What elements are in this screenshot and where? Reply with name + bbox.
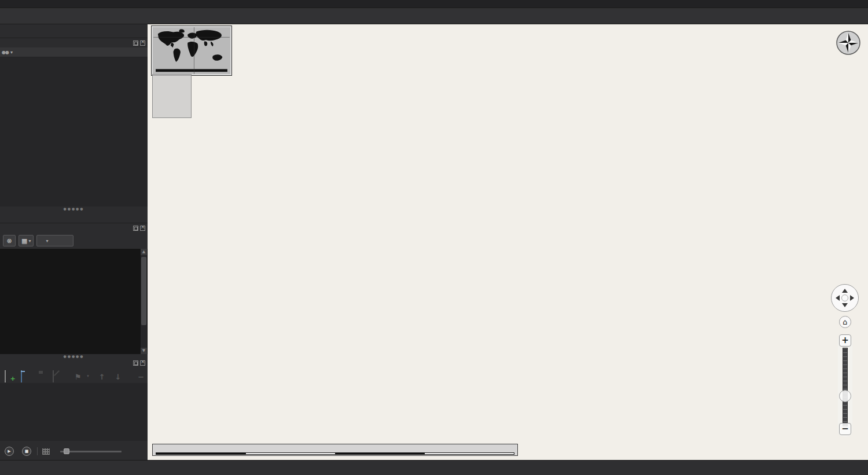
- search-location-tabbar: [0, 25, 148, 38]
- pan-left-icon: [836, 295, 840, 301]
- close-panel-icon[interactable]: [140, 226, 145, 231]
- status-bar: [0, 460, 868, 475]
- map-canvas[interactable]: [148, 24, 868, 460]
- tour-play-button[interactable]: ⚑▾: [75, 371, 84, 380]
- overview-world-map[interactable]: [152, 26, 231, 75]
- mapview-controls: ⊗ ▦ ▾ ▾: [0, 233, 148, 249]
- time-slider-handle[interactable]: [64, 448, 69, 454]
- global-search-selector[interactable]: ●● ▾: [0, 47, 148, 57]
- position-info-box[interactable]: [152, 74, 192, 118]
- theme-list-scrollbar[interactable]: ▲ ▼: [141, 249, 147, 354]
- tour-open-button[interactable]: [21, 371, 31, 380]
- tour-save-button[interactable]: [37, 371, 47, 380]
- stop-button[interactable]: ■: [22, 447, 31, 456]
- celestial-body-select[interactable]: ▾: [36, 235, 73, 246]
- map-viewport[interactable]: ⌂ + −: [148, 24, 868, 460]
- tour-edit-button[interactable]: [53, 371, 62, 380]
- chevron-down-icon: ▾: [28, 238, 31, 244]
- main-toolbar: [0, 8, 868, 24]
- time-slider[interactable]: [60, 448, 122, 455]
- scroll-up-icon[interactable]: ▲: [141, 249, 147, 255]
- panel-splitter[interactable]: ●●●●●: [0, 354, 148, 358]
- playback-controls: ▶ ■: [0, 443, 148, 460]
- tour-remove-button[interactable]: −: [138, 371, 148, 380]
- zoom-out-button[interactable]: −: [839, 423, 851, 435]
- search-results-area[interactable]: [0, 57, 148, 207]
- zoom-in-button[interactable]: +: [839, 334, 851, 347]
- play-button[interactable]: ▶: [5, 447, 14, 456]
- pan-down-icon: [842, 303, 848, 307]
- home-button[interactable]: ⌂: [839, 316, 851, 328]
- scroll-down-icon[interactable]: ▼: [141, 348, 147, 354]
- tour-move-up-button[interactable]: ↑: [99, 371, 109, 380]
- zoom-slider-handle[interactable]: [839, 390, 851, 402]
- projection-button[interactable]: ▦ ▾: [19, 235, 34, 246]
- scrollbar-thumb[interactable]: [141, 257, 146, 325]
- close-panel-icon[interactable]: [140, 40, 145, 46]
- pan-up-icon: [842, 289, 848, 293]
- chevron-down-icon: ▾: [46, 238, 48, 244]
- chevron-down-icon: ▾: [10, 50, 13, 55]
- mapview-legend-tabbar: [0, 211, 148, 223]
- float-panel-icon[interactable]: [133, 226, 138, 231]
- record-movie-icon[interactable]: [42, 448, 50, 455]
- mapview-panel-header: [0, 223, 148, 233]
- map-scale-bar[interactable]: [152, 444, 518, 456]
- tour-new-button[interactable]: [5, 371, 14, 380]
- pan-dpad[interactable]: [831, 284, 859, 312]
- float-panel-icon[interactable]: [133, 40, 138, 46]
- tour-panel-header: [0, 358, 148, 367]
- search-provider-icon: ●●: [2, 50, 9, 55]
- search-panel-header: [0, 38, 148, 47]
- menu-bar: [0, 0, 868, 8]
- zoom-slider-track[interactable]: [843, 348, 848, 426]
- celestial-body-icon-button[interactable]: ⊗: [3, 235, 16, 246]
- panel-splitter[interactable]: ●●●●●: [0, 207, 148, 211]
- tour-move-down-button[interactable]: ↓: [115, 371, 125, 380]
- tour-toolbar: ⚑▾ ↑ ↓ −: [0, 367, 148, 383]
- float-panel-icon[interactable]: [133, 360, 138, 366]
- map-theme-list[interactable]: [0, 249, 148, 354]
- tour-content-area: [0, 383, 148, 441]
- compass-rose[interactable]: [834, 30, 863, 67]
- pan-right-icon: [850, 295, 854, 301]
- close-panel-icon[interactable]: [140, 360, 145, 366]
- sidebar: ●● ▾ ●●●●● ⊗ ▦ ▾ ▾ ▲ ▼ ●●●●●: [0, 24, 148, 460]
